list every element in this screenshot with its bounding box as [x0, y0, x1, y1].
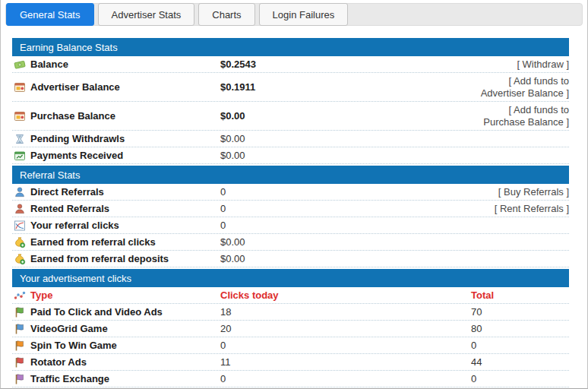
column-header-type: Type — [30, 289, 52, 302]
stat-value: $0.1911 — [220, 81, 471, 93]
stat-label: Your referral clicks — [30, 220, 119, 232]
ad-type-label: Spin To Win Game — [30, 340, 117, 352]
ad-type-label: Rotator Ads — [30, 356, 87, 368]
stat-label: Pending Withdrawls — [30, 133, 125, 145]
clicks-total-value: 80 — [471, 323, 569, 335]
moneybag-icon — [14, 236, 26, 248]
clicks-today-value: 20 — [220, 323, 471, 335]
ad-type-label: Paid To Click and Video Ads — [30, 306, 163, 318]
rent-referrals-link[interactable]: [ Rent Referrals ] — [495, 203, 569, 214]
stat-value: $0.00 — [220, 150, 471, 162]
purchase-window-icon — [14, 110, 26, 122]
buy-referrals-link[interactable]: [ Buy Referrals ] — [498, 186, 569, 198]
ad-row-videogrid: VideoGrid Game 20 80 — [12, 321, 569, 337]
clicks-total-value: 0 — [471, 340, 569, 352]
add-funds-purchase-link[interactable]: [ Add funds to Purchase Balance ] — [483, 104, 569, 128]
stat-value: 0 — [220, 203, 471, 215]
ad-row-ptc-video: Paid To Click and Video Ads 18 70 — [12, 304, 569, 321]
clicks-today-value: 0 — [220, 373, 471, 385]
stat-row-direct-referrals: Direct Referrals 0 [ Buy Referrals ] — [12, 184, 569, 201]
stat-row-balance: Balance $0.2543 [ Withdraw ] — [12, 56, 569, 73]
stat-label: Balance — [30, 59, 68, 71]
ad-clicks-table-header: Type Clicks today Total — [12, 287, 569, 304]
clicks-total-value: 44 — [471, 356, 569, 368]
tab-charts[interactable]: Charts — [198, 3, 254, 26]
stat-value: $0.00 — [220, 236, 471, 248]
person-blue-icon — [14, 186, 26, 198]
section-header-advertisement-clicks: Your advertisement clicks — [12, 269, 569, 287]
add-funds-advertiser-link[interactable]: [ Add funds to Advertiser Balance ] — [481, 75, 569, 99]
clicks-total-value: 70 — [471, 306, 569, 318]
stat-row-pending-withdrawls: Pending Withdrawls $0.00 — [12, 131, 569, 147]
stat-value: 0 — [220, 220, 471, 232]
stat-row-payments-received: Payments Received $0.00 — [12, 147, 569, 164]
ad-row-spin-to-win: Spin To Win Game 0 0 — [12, 337, 569, 354]
stat-value: $0.00 — [220, 253, 471, 265]
section-header-earning-balance: Earning Balance Stats — [12, 38, 569, 56]
stat-value: $0.00 — [220, 133, 471, 145]
stats-content: Earning Balance Stats Balance $0.2543 [ … — [1, 26, 587, 387]
flag-blue-icon — [14, 323, 26, 335]
clicks-total-value: 0 — [471, 373, 569, 385]
stat-label: Purchase Balance — [30, 110, 115, 122]
person-red-icon — [14, 203, 26, 215]
ad-type-label: Traffic Exchange — [30, 373, 109, 385]
stat-row-purchase-balance: Purchase Balance $0.00 [ Add funds to Pu… — [12, 102, 569, 131]
payments-received-icon — [14, 150, 26, 162]
moneybag-icon — [14, 253, 26, 265]
stat-row-rented-referrals: Rented Referrals 0 [ Rent Referrals ] — [12, 201, 569, 217]
stat-label: Advertiser Balance — [30, 81, 120, 93]
stat-label: Earned from referral deposits — [30, 253, 169, 265]
stat-label: Earned from referral clicks — [30, 236, 156, 248]
tab-login-failures[interactable]: Login Failures — [259, 3, 349, 26]
banknote-icon — [14, 59, 26, 71]
stat-value: $0.00 — [220, 110, 471, 122]
tab-general-stats[interactable]: General Stats — [6, 3, 94, 26]
column-header-total: Total — [471, 289, 569, 302]
stat-row-referral-clicks: Your referral clicks 0 — [12, 217, 569, 234]
hourglass-icon — [14, 133, 26, 145]
stat-label: Direct Referrals — [30, 186, 104, 198]
clicks-today-value: 18 — [220, 306, 471, 318]
flag-red-icon — [14, 356, 26, 368]
advertiser-window-icon — [14, 81, 26, 93]
stat-row-earned-referral-clicks: Earned from referral clicks $0.00 — [12, 234, 569, 251]
withdraw-link[interactable]: [ Withdraw ] — [517, 59, 569, 70]
section-header-referral-stats: Referral Stats — [12, 166, 569, 184]
clicks-today-value: 11 — [220, 356, 471, 368]
clicks-today-value: 0 — [220, 340, 471, 352]
stat-value: 0 — [220, 186, 471, 198]
flag-purple-icon — [14, 373, 26, 385]
stats-tab-bar: General Stats Advertiser Stats Charts Lo… — [5, 3, 583, 26]
tab-advertiser-stats[interactable]: Advertiser Stats — [98, 3, 195, 26]
stat-row-advertiser-balance: Advertiser Balance $0.1911 [ Add funds t… — [12, 73, 569, 102]
column-header-clicks-today: Clicks today — [220, 289, 471, 302]
stat-label: Payments Received — [30, 150, 123, 162]
line-chart-icon — [14, 220, 26, 232]
stat-value: $0.2543 — [220, 59, 471, 71]
flag-orange-icon — [14, 340, 26, 352]
ad-row-traffic-exchange: Traffic Exchange 0 0 — [12, 371, 569, 387]
stat-label: Rented Referrals — [30, 203, 109, 215]
flag-green-icon — [14, 306, 26, 318]
ad-row-rotator: Rotator Ads 11 44 — [12, 354, 569, 371]
ad-type-label: VideoGrid Game — [30, 323, 108, 335]
scatter-chart-icon — [14, 289, 26, 302]
stat-row-earned-referral-deposits: Earned from referral deposits $0.00 — [12, 251, 569, 267]
general-stats-page: General Stats Advertiser Stats Charts Lo… — [0, 0, 588, 389]
